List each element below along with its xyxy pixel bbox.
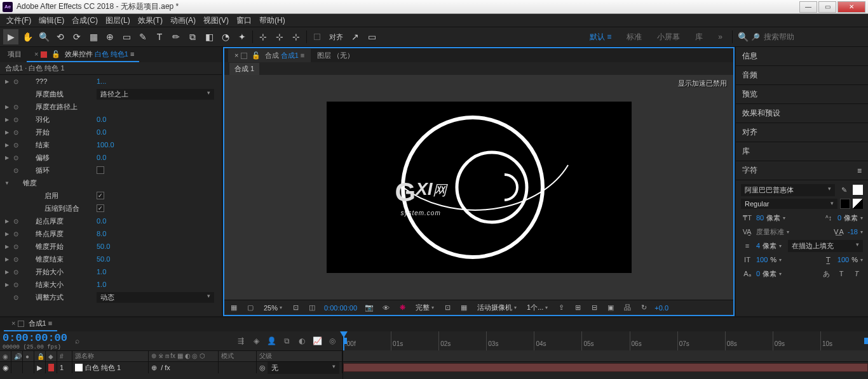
3d-icon[interactable]: 品 <box>620 302 634 314</box>
menu-file[interactable]: 文件(F) <box>3 14 35 27</box>
stroke-color-swatch[interactable] <box>840 199 850 209</box>
lock-column-icon[interactable]: 🔒 <box>34 351 46 361</box>
workspace-small[interactable]: 小屏幕 <box>649 32 688 43</box>
roto-tool[interactable]: ◔ <box>218 29 233 44</box>
timeline-timecode[interactable]: 0:00:00:00 <box>3 332 67 344</box>
stopwatch-icon[interactable]: ⊙ <box>11 77 20 86</box>
menu-composition[interactable]: 合成(C) <box>68 14 102 27</box>
transparency-grid-icon[interactable]: ▢ <box>243 302 257 314</box>
lock-icon[interactable]: 🔓 <box>51 50 60 58</box>
leading-value[interactable]: 0 <box>837 214 841 222</box>
quality-dropdown[interactable]: 完整 <box>412 302 438 314</box>
stopwatch-icon[interactable]: ⊙ <box>11 229 20 238</box>
stopwatch-icon[interactable]: ⊙ <box>11 216 20 225</box>
layer-label-color[interactable] <box>48 364 54 371</box>
stopwatch-icon[interactable]: ⊙ <box>11 280 20 289</box>
resolution-icon[interactable]: ⊡ <box>288 302 302 314</box>
exposure-value[interactable]: +0.0 <box>653 304 670 312</box>
roi-icon[interactable]: ◫ <box>305 302 319 314</box>
vscale-value[interactable]: 100 <box>756 256 768 263</box>
fast-preview-icon[interactable]: ⊡ <box>440 302 454 314</box>
taper-start-value[interactable]: 50.0 <box>97 243 110 250</box>
shy-icon[interactable]: 👤 <box>264 335 278 347</box>
always-preview-icon[interactable]: ▦ <box>227 302 241 314</box>
mask-icon[interactable]: ▣ <box>604 302 618 314</box>
stroke-width-value[interactable]: 4 <box>756 242 760 249</box>
layer-switch-fx[interactable]: / fx <box>161 364 170 371</box>
timeline-icon[interactable]: ▦ <box>457 302 471 314</box>
workspace-libraries[interactable]: 库 <box>688 32 710 43</box>
layer-name[interactable]: 白色 纯色 1 <box>72 362 149 373</box>
eraser-tool[interactable]: ◧ <box>201 29 217 44</box>
parent-dropdown[interactable]: 无 <box>268 362 339 374</box>
menu-help[interactable]: 帮助(H) <box>255 14 289 27</box>
collapse-icon[interactable]: ▼ <box>3 180 11 186</box>
clone-tool[interactable]: ⧉ <box>185 29 200 44</box>
end-size-value[interactable]: 1.0 <box>97 281 106 288</box>
taper-enable-checkbox[interactable]: ✓ <box>97 192 104 199</box>
stopwatch-icon[interactable]: ⊙ <box>11 102 20 111</box>
parent-column[interactable]: 父级 <box>257 351 342 361</box>
tab-close-icon[interactable]: × <box>11 319 15 327</box>
time-ruler[interactable]: :00f 01s 02s 03s 04s 05s 06s 07s 08s 09s… <box>343 331 868 350</box>
parent-pick-whip-icon[interactable]: ◎ <box>259 364 266 372</box>
compress-checkbox[interactable]: ✓ <box>97 204 104 212</box>
reset-exposure-icon[interactable]: ↻ <box>637 302 651 314</box>
timeline-tab[interactable]: × 合成1 ≡ <box>4 317 57 331</box>
world-axis-icon[interactable]: ⊹ <box>272 29 287 44</box>
baseline-value[interactable]: 0 <box>756 270 760 277</box>
stopwatch-icon[interactable]: ⊙ <box>11 128 20 136</box>
end-value[interactable]: 100.0 <box>97 141 114 149</box>
project-tab[interactable]: 项目 <box>3 48 27 62</box>
expand-icon[interactable]: ▶ <box>3 244 11 249</box>
search-help-input[interactable] <box>764 32 846 41</box>
workspace-standard[interactable]: 标准 <box>619 32 649 43</box>
layer-visibility-toggle[interactable] <box>3 364 9 372</box>
orbit-tool[interactable]: ⟲ <box>53 29 68 44</box>
snap-option-icon[interactable]: ↗ <box>348 29 363 44</box>
stopwatch-icon[interactable]: ⊙ <box>11 140 20 149</box>
faux-italic-icon[interactable]: T <box>850 270 863 277</box>
layer-expand-icon[interactable]: ▶ <box>34 362 46 373</box>
libraries-panel-header[interactable]: 库 <box>736 142 868 161</box>
loop-checkbox[interactable] <box>97 166 104 174</box>
close-button[interactable]: ✕ <box>837 1 865 13</box>
fill-color-swatch[interactable] <box>853 185 863 195</box>
menu-animation[interactable]: 动画(A) <box>166 14 200 27</box>
shape-tool[interactable]: ▭ <box>119 29 134 44</box>
tracking-value[interactable]: -18 <box>848 228 858 236</box>
offset-value[interactable]: 0.0 <box>97 154 106 161</box>
adjust-dropdown[interactable]: 动态 <box>97 292 214 303</box>
stopwatch-icon[interactable]: ⊙ <box>11 115 20 124</box>
layer-duration-bar[interactable] <box>343 363 868 372</box>
expand-icon[interactable]: ▶ <box>3 256 11 262</box>
layer-track-1[interactable] <box>343 362 868 373</box>
end-thickness-value[interactable]: 8.0 <box>97 230 106 237</box>
comp-breadcrumb[interactable]: 合成 1 <box>229 63 259 75</box>
selection-tool[interactable]: ▶ <box>3 29 18 44</box>
expand-icon[interactable]: ▶ <box>3 269 11 275</box>
maximize-button[interactable]: ▭ <box>818 1 836 13</box>
timeline-search-icon[interactable]: ⌕ <box>75 336 79 345</box>
effects-panel-header[interactable]: 效果和预设 <box>736 104 868 123</box>
index-column[interactable]: # <box>57 351 72 361</box>
stopwatch-icon[interactable]: ⊙ <box>11 267 20 276</box>
menu-edit[interactable]: 编辑(E) <box>35 14 68 27</box>
guides-icon[interactable]: ⊟ <box>587 302 601 314</box>
expand-icon[interactable]: ▶ <box>3 231 11 237</box>
rotate-tool[interactable]: ⟳ <box>69 29 85 44</box>
channel-icon[interactable]: ❋ <box>395 302 409 314</box>
font-family-dropdown[interactable]: 阿里巴巴普惠体 <box>741 184 835 196</box>
font-weight-dropdown[interactable]: Regular <box>741 199 837 209</box>
draft3d-icon[interactable]: ◈ <box>249 335 263 347</box>
camera-dropdown[interactable]: 活动摄像机 <box>473 302 520 314</box>
menu-effect[interactable]: 效果(T) <box>134 14 166 27</box>
font-size-value[interactable]: 80 <box>756 214 764 222</box>
grid-icon[interactable]: ⊞ <box>571 302 585 314</box>
swap-colors-icon[interactable] <box>853 199 863 209</box>
eye-column-icon[interactable]: ◉ <box>0 351 11 361</box>
audio-column-icon[interactable]: 🔊 <box>11 351 23 361</box>
eyedropper-icon[interactable]: ✎ <box>837 186 850 194</box>
faux-bold-icon[interactable]: T <box>835 270 848 277</box>
stopwatch-icon[interactable]: ⊙ <box>11 293 20 302</box>
